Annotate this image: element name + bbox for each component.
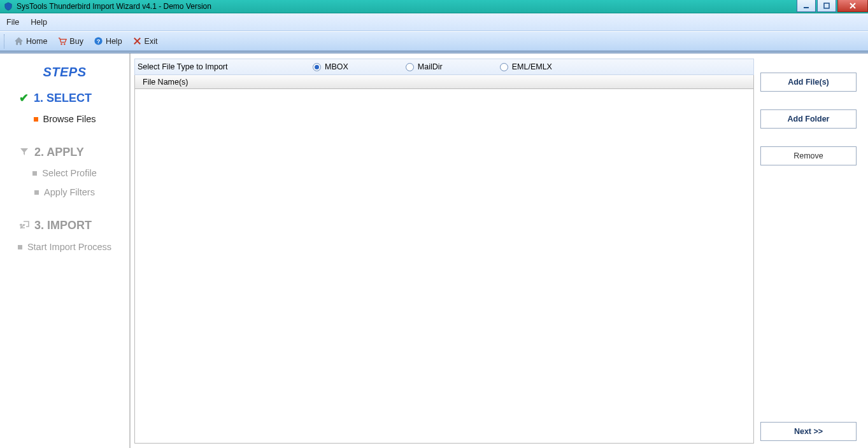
add-files-button[interactable]: Add File(s) [760,73,857,92]
radio-icon [500,63,508,71]
export-icon [19,220,29,232]
main-area: STEPS ✔ 1. SELECT Browse Files 2. APPLY … [0,53,868,448]
add-files-label: Add File(s) [788,78,829,87]
substep-apply-filters: Apply Filters [0,187,129,197]
step-select-label: 1. SELECT [34,92,92,105]
radio-eml-label: EML/EMLX [512,62,552,71]
file-list[interactable] [134,89,754,444]
home-icon [14,36,24,46]
exit-icon [132,36,142,46]
file-list-header-label: File Name(s) [143,78,189,87]
next-button[interactable]: Next >> [760,422,857,441]
remove-label: Remove [793,151,823,160]
file-type-radio-group: MBOX MailDir EML/EMLX [313,62,552,71]
filter-icon [19,146,29,159]
next-label: Next >> [794,427,823,436]
bullet-icon [32,171,37,176]
app-icon [4,2,13,11]
step-apply: 2. APPLY [0,146,129,159]
radio-icon [406,63,414,71]
menu-file[interactable]: File [6,18,19,27]
home-button[interactable]: Home [10,35,51,47]
svg-rect-1 [824,3,829,8]
window-title: SysTools Thunderbird Import Wizard v4.1 … [17,2,211,11]
close-button[interactable] [837,0,868,12]
substep-start-import: Start Import Process [0,241,129,253]
substep-start-import-label: Start Import Process [27,241,111,253]
radio-maildir-label: MailDir [418,62,443,71]
substep-browse-label: Browse Files [43,114,96,124]
remove-button[interactable]: Remove [760,146,857,165]
help-label: Help [106,37,122,46]
home-label: Home [26,37,47,46]
svg-point-4 [61,43,62,45]
file-list-header: File Name(s) [134,75,754,89]
add-folder-label: Add Folder [788,115,830,123]
file-type-label: Select File Type to Import [138,62,313,71]
steps-sidebar: STEPS ✔ 1. SELECT Browse Files 2. APPLY … [0,53,131,448]
exit-button[interactable]: Exit [129,35,162,47]
file-type-row: Select File Type to Import MBOX MailDir … [134,59,754,75]
exit-label: Exit [145,37,158,46]
bullet-icon [18,245,22,249]
bullet-icon [34,190,39,195]
substep-select-profile-label: Select Profile [42,168,96,178]
step-select: ✔ 1. SELECT [0,91,129,105]
buy-label: Buy [69,37,83,46]
title-bar: SysTools Thunderbird Import Wizard v4.1 … [0,0,868,13]
buy-button[interactable]: Buy [53,35,87,47]
svg-point-5 [64,43,65,45]
help-button[interactable]: ? Help [90,35,126,47]
step-import: 3. IMPORT [0,219,129,232]
menu-help[interactable]: Help [31,18,47,27]
toolbar: Home Buy ? Help Exit [0,32,868,51]
minimize-button[interactable] [797,0,816,12]
bullet-icon [34,117,38,122]
substep-apply-filters-label: Apply Filters [44,187,95,197]
substep-browse-files: Browse Files [0,114,129,124]
step-apply-label: 2. APPLY [34,146,84,159]
content-area: Select File Type to Import MBOX MailDir … [131,53,868,448]
toolbar-container: Home Buy ? Help Exit [0,31,868,51]
step-import-label: 3. IMPORT [34,219,92,232]
add-folder-button[interactable]: Add Folder [760,109,857,129]
action-panel: Add File(s) Add Folder Remove Next >> [757,53,868,448]
substep-select-profile: Select Profile [0,168,129,178]
center-panel: Select File Type to Import MBOX MailDir … [131,53,757,448]
maximize-button[interactable] [817,0,836,12]
menu-bar: File Help [0,13,868,31]
svg-rect-0 [804,7,809,8]
radio-icon [313,63,321,71]
radio-eml[interactable]: EML/EMLX [500,62,552,71]
svg-text:?: ? [97,38,101,45]
check-icon: ✔ [19,91,29,105]
radio-maildir[interactable]: MailDir [406,62,443,71]
cart-icon [57,36,67,46]
radio-mbox[interactable]: MBOX [313,62,348,71]
help-icon: ? [94,36,103,46]
radio-mbox-label: MBOX [325,62,348,71]
window-controls [797,0,868,13]
steps-title: STEPS [0,65,129,80]
toolbar-grip [4,34,6,48]
